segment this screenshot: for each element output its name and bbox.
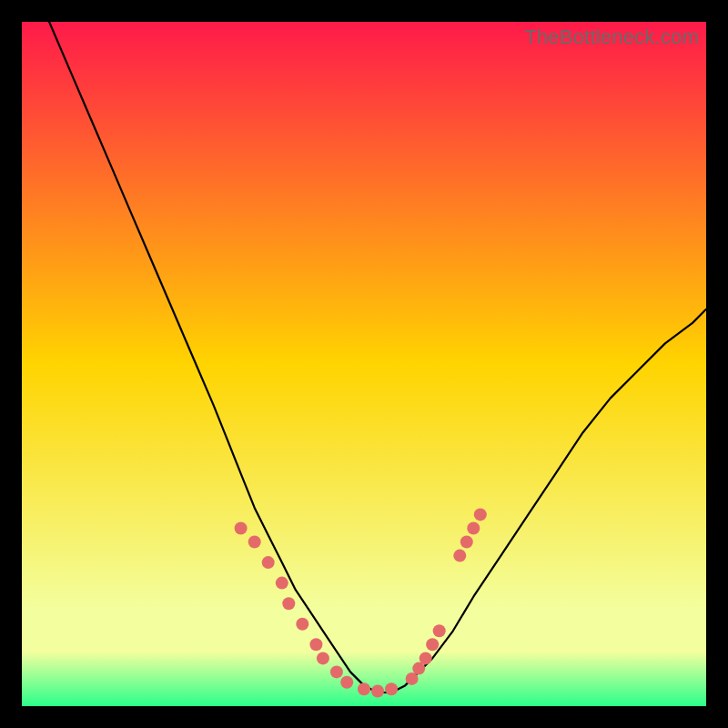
data-marker: [262, 556, 275, 569]
chart-frame: TheBottleneck.com: [22, 22, 706, 706]
data-marker: [371, 685, 384, 698]
data-marker: [467, 522, 480, 535]
data-marker: [282, 597, 295, 610]
data-marker: [248, 536, 261, 549]
bottleneck-chart: [22, 22, 706, 706]
data-marker: [276, 577, 288, 590]
gradient-background: [22, 22, 706, 706]
data-marker: [235, 522, 248, 535]
data-marker: [317, 652, 329, 664]
data-marker: [453, 550, 466, 562]
watermark-text: TheBottleneck.com: [524, 25, 699, 49]
data-marker: [330, 665, 343, 678]
data-marker: [296, 618, 308, 631]
data-marker: [385, 682, 398, 695]
data-marker: [420, 652, 432, 664]
data-marker: [309, 638, 322, 651]
data-marker: [358, 682, 370, 695]
data-marker: [433, 624, 446, 637]
data-marker: [460, 536, 473, 549]
data-marker: [340, 676, 353, 689]
data-marker: [426, 638, 439, 651]
data-marker: [474, 508, 487, 521]
